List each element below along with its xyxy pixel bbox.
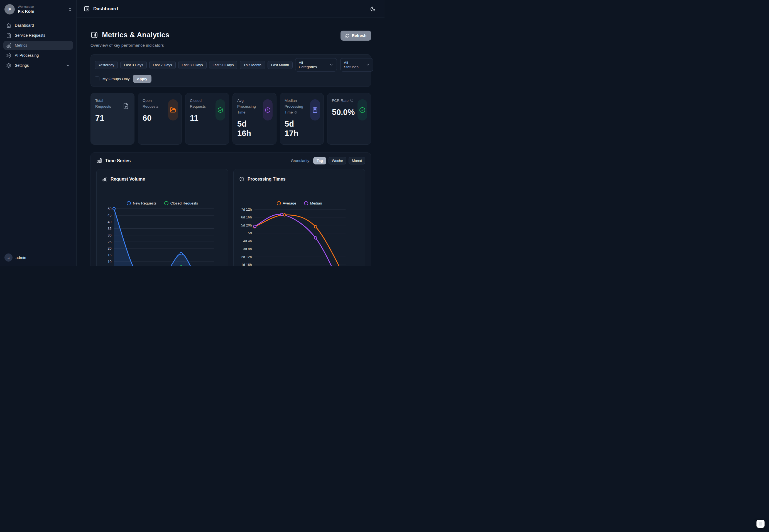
sidebar-nav: Dashboard Service Requests Metrics AI Pr… xyxy=(0,18,76,73)
user-name: admin xyxy=(16,255,26,260)
workspace-meta: Workspace Fix Köln xyxy=(18,5,68,14)
legend: Average Median xyxy=(238,200,360,206)
topbar: Dashboard xyxy=(77,0,384,18)
content: Metrics & Analytics Overview of key perf… xyxy=(77,18,384,266)
sidebar-item-label: Service Requests xyxy=(15,33,45,38)
legend: New Requests Closed Requests xyxy=(101,200,223,206)
sidebar-item-dashboard[interactable]: Dashboard xyxy=(3,21,73,30)
sidebar-item-label: Dashboard xyxy=(15,23,34,28)
kpi-card-avg-processing-time[interactable]: Avg Processing Time 5d 16h xyxy=(232,93,276,145)
kpi-card-closed-requests[interactable]: Closed Requests 11 xyxy=(185,93,229,145)
workspace-switcher[interactable]: F Workspace Fix Köln xyxy=(0,0,76,18)
kpi-label: Closed Requests xyxy=(190,98,213,110)
legend-item-closed-requests[interactable]: Closed Requests xyxy=(164,200,198,206)
granularity-label: Granularity: xyxy=(291,159,310,163)
svg-text:45: 45 xyxy=(107,213,111,217)
svg-text:15: 15 xyxy=(107,253,111,257)
granularity-woche-button[interactable]: Woche xyxy=(328,157,346,164)
svg-text:2d 12h: 2d 12h xyxy=(241,255,252,259)
svg-text:5d: 5d xyxy=(248,231,252,235)
range-this-month-button[interactable]: This Month xyxy=(240,61,265,69)
granularity-monat-button[interactable]: Monat xyxy=(348,157,365,164)
statuses-select-value: All Statuses xyxy=(344,61,358,69)
clipboard-icon xyxy=(6,33,11,38)
filter-panel: Yesterday Last 3 Days Last 7 Days Last 3… xyxy=(90,54,371,87)
range-yesterday-button[interactable]: Yesterday xyxy=(95,61,118,69)
file-text-icon xyxy=(121,100,131,112)
bar-chart-icon xyxy=(96,158,102,163)
my-groups-only-label: My Groups Only xyxy=(102,77,130,81)
categories-select-value: All Categories xyxy=(299,61,322,69)
user-menu[interactable]: a admin xyxy=(0,249,76,266)
legend-item-new-requests[interactable]: New Requests xyxy=(127,200,156,206)
cpu-icon xyxy=(6,53,11,58)
mini-clock-icon xyxy=(294,111,297,114)
workspace-name: Fix Köln xyxy=(18,9,68,14)
range-last-3-days-button[interactable]: Last 3 Days xyxy=(120,61,147,69)
info-icon[interactable] xyxy=(350,98,353,102)
main-area: Dashboard Metrics & Analytics xyxy=(77,0,384,266)
folder-open-icon xyxy=(168,99,178,120)
legend-dot xyxy=(127,201,131,205)
gear-icon xyxy=(6,63,11,68)
chevron-down-icon xyxy=(329,63,333,67)
topbar-title: Dashboard xyxy=(93,6,118,12)
processing-times-chart: 7d 12h6d 16h5d 20h5d4d 4h3d 8h2d 12h1d 1… xyxy=(238,206,360,266)
kpi-card-fcr-rate[interactable]: FCR Rate 50.0% xyxy=(327,93,371,145)
kpi-card-open-requests[interactable]: Open Requests 60 xyxy=(138,93,182,145)
categories-select[interactable]: All Categories xyxy=(295,58,337,72)
granularity-tag-button[interactable]: Tag xyxy=(313,157,326,164)
clock-icon xyxy=(263,99,272,120)
panel-collapse-icon[interactable] xyxy=(84,6,90,12)
svg-text:20: 20 xyxy=(107,247,111,250)
kpi-label: Open Requests xyxy=(142,98,165,110)
refresh-button[interactable]: Refresh xyxy=(340,31,371,41)
page-title: Metrics & Analytics xyxy=(102,31,169,39)
svg-text:4d 4h: 4d 4h xyxy=(243,239,252,243)
sidebar-item-ai-processing[interactable]: AI Processing xyxy=(3,51,73,60)
statuses-select[interactable]: All Statuses xyxy=(340,58,373,72)
range-last-30-days-button[interactable]: Last 30 Days xyxy=(178,61,206,69)
apply-button[interactable]: Apply xyxy=(133,75,152,83)
kpi-card-median-processing-time[interactable]: Median Processing Time 5d 17h xyxy=(280,93,324,145)
kpi-row: Total Requests 71 Open Requests 60 Close… xyxy=(90,93,371,145)
legend-dot xyxy=(304,201,308,205)
calculator-icon xyxy=(310,99,320,120)
range-last-90-days-button[interactable]: Last 90 Days xyxy=(209,61,237,69)
app-root: F Workspace Fix Köln Dashboard Service R… xyxy=(0,0,384,266)
range-last-7-days-button[interactable]: Last 7 Days xyxy=(149,61,176,69)
sidebar-item-settings[interactable]: Settings xyxy=(3,61,73,70)
legend-dot xyxy=(277,201,281,205)
range-last-month-button[interactable]: Last Month xyxy=(267,61,292,69)
time-series-panel: Time Series Granularity: Tag Woche Monat xyxy=(90,152,371,266)
chart-title: Processing Times xyxy=(247,177,286,182)
sidebar-item-label: Metrics xyxy=(15,43,27,48)
moon-icon[interactable] xyxy=(368,4,377,13)
sidebar-item-metrics[interactable]: Metrics xyxy=(3,41,73,50)
kpi-label: Total Requests xyxy=(95,98,118,110)
legend-item-median[interactable]: Median xyxy=(304,200,322,206)
sidebar-item-label: Settings xyxy=(15,63,29,68)
check-circle-icon xyxy=(215,99,225,120)
my-groups-only-checkbox[interactable] xyxy=(95,77,99,81)
workspace-avatar: F xyxy=(4,4,15,14)
request-volume-chart: 5045403530252015105 xyxy=(101,206,223,266)
bar-chart-icon xyxy=(6,43,11,48)
page-header: Metrics & Analytics Overview of key perf… xyxy=(90,31,371,48)
legend-item-average[interactable]: Average xyxy=(277,200,296,206)
chevron-down-icon xyxy=(66,63,70,68)
page-subtitle: Overview of key performance indicators xyxy=(90,43,169,48)
kpi-card-total-requests[interactable]: Total Requests 71 xyxy=(90,93,134,145)
svg-text:25: 25 xyxy=(107,240,111,244)
sidebar-item-service-requests[interactable]: Service Requests xyxy=(3,31,73,40)
bar-chart-icon xyxy=(102,176,107,182)
chevrons-up-down-icon[interactable] xyxy=(68,7,72,12)
request-volume-card: Request Volume New Requests Closed xyxy=(96,169,228,266)
kpi-label: Median Processing Time xyxy=(284,98,307,115)
svg-text:40: 40 xyxy=(107,220,111,224)
kpi-label: Avg Processing Time xyxy=(237,98,260,115)
home-icon xyxy=(6,23,11,28)
user-avatar: a xyxy=(4,253,13,262)
svg-text:10: 10 xyxy=(107,260,111,264)
analytics-icon xyxy=(90,31,98,39)
